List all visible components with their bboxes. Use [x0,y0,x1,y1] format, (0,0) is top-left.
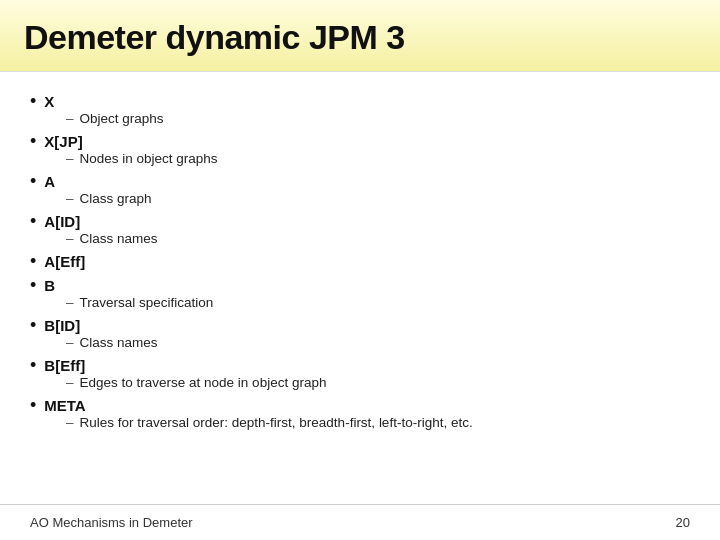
sub-item: –Nodes in object graphs [66,151,690,166]
sub-text: Nodes in object graphs [80,151,218,166]
list-item: •B–Traversal specification [30,274,690,310]
sub-item: –Edges to traverse at node in object gra… [66,375,690,390]
list-item: •A[Eff] [30,250,690,270]
bullet-list: •X–Object graphs•X[JP]–Nodes in object g… [30,90,690,430]
list-item: •META–Rules for traversal order: depth-f… [30,394,690,430]
sub-text: Edges to traverse at node in object grap… [80,375,327,390]
list-item: •A–Class graph [30,170,690,206]
sub-dash: – [66,111,74,126]
sub-text: Traversal specification [80,295,214,310]
sub-item: –Class names [66,335,690,350]
bullet-dot: • [30,276,36,294]
sub-dash: – [66,191,74,206]
bullet-label: X[JP] [44,133,82,150]
bullet-label: B[Eff] [44,357,85,374]
sub-dash: – [66,415,74,430]
list-item: •X[JP]–Nodes in object graphs [30,130,690,166]
bullet-dot: • [30,132,36,150]
bullet-label: B[ID] [44,317,80,334]
list-item: •B[Eff]–Edges to traverse at node in obj… [30,354,690,390]
sub-dash: – [66,231,74,246]
bullet-dot: • [30,396,36,414]
slide-content: •X–Object graphs•X[JP]–Nodes in object g… [0,72,720,444]
sub-dash: – [66,375,74,390]
sub-item: –Traversal specification [66,295,690,310]
sub-dash: – [66,151,74,166]
slide-footer: AO Mechanisms in Demeter 20 [0,504,720,540]
bullet-dot: • [30,252,36,270]
bullet-dot: • [30,316,36,334]
sub-item: –Class names [66,231,690,246]
slide-title: Demeter dynamic JPM 3 [24,18,696,57]
bullet-dot: • [30,92,36,110]
list-item: •A[ID]–Class names [30,210,690,246]
bullet-dot: • [30,356,36,374]
sub-dash: – [66,295,74,310]
bullet-label: META [44,397,85,414]
footer-left: AO Mechanisms in Demeter [30,515,193,530]
slide-header: Demeter dynamic JPM 3 [0,0,720,72]
bullet-dot: • [30,172,36,190]
bullet-label: B [44,277,55,294]
bullet-dot: • [30,212,36,230]
sub-item: –Rules for traversal order: depth-first,… [66,415,690,430]
list-item: •X–Object graphs [30,90,690,126]
bullet-label: X [44,93,54,110]
sub-item: –Object graphs [66,111,690,126]
sub-text: Class graph [80,191,152,206]
sub-text: Class names [80,335,158,350]
sub-text: Class names [80,231,158,246]
bullet-label: A [44,173,55,190]
sub-item: –Class graph [66,191,690,206]
footer-right: 20 [676,515,690,530]
list-item: •B[ID]–Class names [30,314,690,350]
sub-text: Rules for traversal order: depth-first, … [80,415,473,430]
bullet-label: A[Eff] [44,253,85,270]
sub-text: Object graphs [80,111,164,126]
sub-dash: – [66,335,74,350]
bullet-label: A[ID] [44,213,80,230]
